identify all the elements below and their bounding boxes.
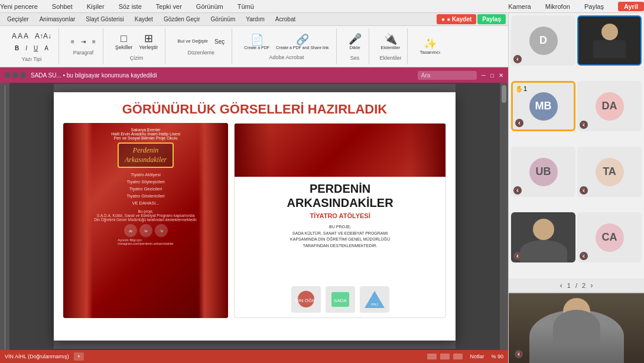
- menu-view[interactable]: Görünüm: [196, 3, 223, 10]
- record-button[interactable]: ● ● Kaydet: [437, 14, 476, 24]
- ribbon-tab-record[interactable]: Kaydet: [130, 15, 158, 24]
- self-figure: [593, 24, 626, 58]
- poster-left-footer: Bu proje, S.A.D.A. Kültür, Sanat ve Edeb…: [94, 209, 197, 222]
- mute-icon-person2: 🔇: [513, 252, 522, 260]
- ppt-titlebar: SADA SU... • bu bilgisayar konumuna kayd…: [0, 67, 508, 83]
- self-body: [593, 40, 626, 58]
- ppt-search-input[interactable]: [418, 71, 477, 80]
- close-icon[interactable]: ✕: [499, 72, 503, 79]
- edit-group: Bul ve Değiştir Seç Düzenleme: [170, 28, 232, 64]
- slide-content: Sakarya Erenler Halit Ervin Anadolu İmam…: [54, 123, 456, 341]
- ses-group-label: Ses: [350, 55, 360, 61]
- participant-tile-UB[interactable]: UB 🔇: [511, 147, 575, 197]
- logo1: 🏫: [124, 224, 137, 237]
- align-btn[interactable]: ≡: [90, 37, 98, 46]
- bold-btn[interactable]: B: [12, 44, 21, 53]
- mute-icon-DA: 🔇: [580, 121, 588, 129]
- create-pdf-btn[interactable]: 📄 Create a PDF: [242, 33, 272, 51]
- adobe-group-label: Adobe Acrobat: [269, 54, 304, 60]
- poster-left: Sakarya Erenler Halit Ervin Anadolu İmam…: [63, 123, 228, 318]
- participant-tile-MB[interactable]: ✋1 MB 🔇: [511, 81, 575, 131]
- stop-button[interactable]: Ayril: [618, 2, 644, 11]
- create-share-link-btn[interactable]: 🔗 Create a PDF and Share link: [274, 33, 331, 51]
- mute-icon-TA: 🔇: [580, 186, 588, 195]
- poster-school-name: Sakarya Erenler Halit Ervin Anadolu İmam…: [111, 128, 180, 140]
- logo2: 📚: [139, 224, 152, 237]
- addins-group-label: Eklentiler: [379, 55, 401, 61]
- ribbon-tabs: Geçişler Animasyonlar Slayt Gösterisi Ka…: [0, 13, 508, 26]
- avatar-UB: UB: [529, 158, 558, 186]
- menu-new-window[interactable]: Yeni pencere: [0, 3, 38, 10]
- scrollbar-right[interactable]: [500, 83, 508, 350]
- addins-btn[interactable]: 🔌 Eklentiler: [379, 33, 403, 51]
- pr-curtain-right: [410, 124, 445, 177]
- app-container: Yeni pencere Sohbet Kişiler Söz iste Tep…: [0, 0, 644, 363]
- ribbon-tab-view[interactable]: Görünüm: [206, 15, 240, 24]
- poster-instagram: Ayrıntılı Bilgi için: instagram.com/perd…: [118, 238, 173, 245]
- next-page-btn[interactable]: ›: [590, 281, 593, 290]
- menu-people[interactable]: Kişiler: [87, 3, 105, 10]
- mute-icon-MB: 🔇: [515, 119, 523, 127]
- participant-tile-DA[interactable]: DA 🔇: [577, 81, 642, 131]
- menu-chat[interactable]: Sohbet: [52, 3, 73, 10]
- page-indicator: ‹ 1 / 2 ›: [509, 278, 644, 292]
- page-total: 2: [582, 282, 586, 289]
- ribbon-tab-acrobat[interactable]: Acrobat: [271, 15, 300, 24]
- avatar-DA: DA: [596, 92, 624, 121]
- slide[interactable]: GÖRÜNÜRLÜK GÖRSELLERİ HAZIRLADIK Sakarya…: [54, 92, 456, 341]
- find-replace-btn[interactable]: Bul ve Değiştir: [175, 37, 210, 46]
- ribbon-tab-slideshow[interactable]: Slayt Gösterisi: [81, 15, 128, 24]
- add-slide-btn[interactable]: +: [74, 352, 84, 361]
- ribbon-tab-help[interactable]: Yardım: [241, 15, 269, 24]
- menu-all[interactable]: Tümü: [238, 3, 254, 10]
- participant-tile-person2[interactable]: 🔇: [511, 212, 575, 262]
- pr-curtain-left: [235, 124, 270, 177]
- select-btn[interactable]: Seç: [212, 37, 227, 46]
- menu-react[interactable]: Tepki ver: [156, 3, 182, 10]
- arrange-btn[interactable]: ⊞ Yerleştir: [136, 32, 160, 51]
- bottom-video-tile[interactable]: 🔇: [509, 292, 644, 363]
- ribbon-tab-review[interactable]: Gözden Geçir: [159, 15, 205, 24]
- designer-btn[interactable]: ✨ Tasarımcı: [417, 37, 443, 56]
- menu-microphone[interactable]: Mikrofon: [545, 3, 570, 10]
- italic-btn[interactable]: I: [23, 44, 30, 53]
- poster-right-title: PERDENİN ARKASINDAKİLER: [281, 177, 399, 212]
- fontcolor-btn[interactable]: A: [42, 44, 51, 53]
- mute-icon-D: 🔇: [513, 55, 522, 63]
- participant-tile-D[interactable]: D 🔇: [511, 15, 575, 66]
- minimize-icon[interactable]: ─: [482, 72, 486, 79]
- shapes-btn[interactable]: □ Şekiller: [113, 32, 135, 51]
- ribbon-tab-transitions[interactable]: Geçişler: [2, 15, 34, 24]
- participant-tile-TA[interactable]: TA 🔇: [577, 147, 642, 197]
- underline-btn[interactable]: U: [31, 44, 40, 53]
- font-selector[interactable]: A A A: [9, 31, 31, 41]
- participant-tile-CA[interactable]: CA 🔇: [577, 212, 642, 262]
- font-group: A A A A↑A↓ B I U A Yazı Tipi: [5, 28, 59, 64]
- draw-group-label: Çizim: [130, 55, 144, 61]
- slide-view: GÖRÜNÜRLÜK GÖRSELLERİ HAZIRLADIK Sakarya…: [0, 83, 508, 350]
- slide-thumb-1[interactable]: [427, 354, 437, 359]
- menu-share[interactable]: Paylaş: [584, 3, 604, 10]
- dictate-btn[interactable]: 🎤 Dikte: [346, 33, 364, 51]
- font-size[interactable]: A↑A↓: [32, 31, 54, 41]
- list-btn[interactable]: ≡: [69, 37, 77, 46]
- menu-camera[interactable]: Kamera: [508, 3, 531, 10]
- prev-page-btn[interactable]: ‹: [560, 281, 562, 290]
- slide-thumb-2[interactable]: [440, 354, 450, 359]
- maximize-icon[interactable]: □: [490, 72, 494, 79]
- page-current: 1: [567, 282, 571, 289]
- ribbon-tab-animations[interactable]: Animasyonlar: [35, 15, 80, 24]
- main-content: Geçişler Animasyonlar Slayt Gösterisi Ka…: [0, 13, 644, 363]
- record-icon: ●: [441, 16, 445, 22]
- avatar-D: D: [529, 27, 558, 55]
- menu-ask[interactable]: Söz iste: [119, 3, 142, 10]
- indent-btn[interactable]: ⇥: [79, 37, 88, 46]
- attendee-name: VİN AİHL (Doğrulanmamış): [5, 354, 69, 359]
- participant-tile-self[interactable]: [577, 15, 642, 66]
- share-button[interactable]: Paylaş: [477, 14, 506, 24]
- slide-thumb-3[interactable]: [453, 354, 463, 359]
- notes-btn[interactable]: Notlar: [470, 354, 484, 359]
- mute-icon-UB: 🔇: [513, 186, 522, 195]
- svg-text:PRJ: PRJ: [371, 303, 378, 306]
- right-logo3: PRJ: [360, 286, 389, 313]
